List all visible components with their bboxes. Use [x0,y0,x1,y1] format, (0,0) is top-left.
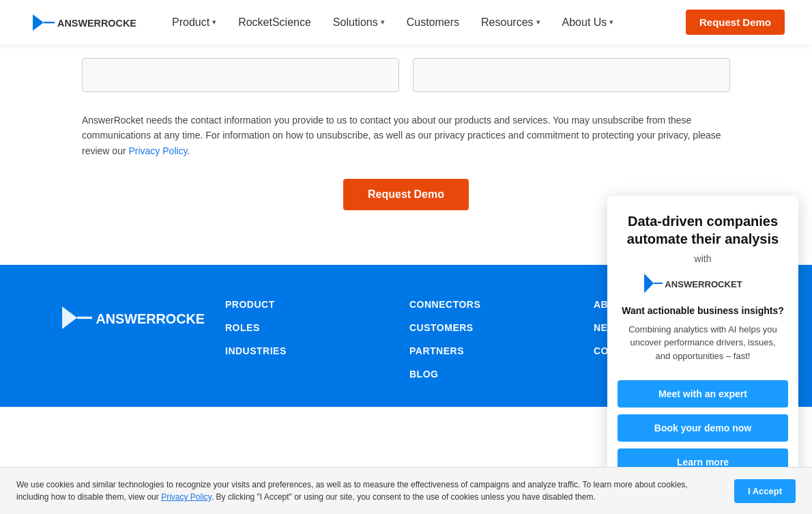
nav-customers-label: Customers [407,16,459,29]
popup-logo: ANSWERROCKET [621,270,785,297]
footer-link-partners[interactable]: PARTNERS [409,345,573,356]
popup-description: Combining analytics with AI helps you un… [621,323,785,363]
nav-rocketscience[interactable]: RocketScience [230,11,319,34]
popup-question: Want actionable business insights? [621,305,785,316]
chevron-down-icon: ▾ [381,18,385,27]
popup-with-label: with [621,253,785,264]
footer-logo-svg: ANSWERROCKET [55,299,205,337]
footer-col-2: PRODUCT ROLES INDUSTRIES [225,299,389,380]
popup-title: Data-driven companies automate their ana… [621,212,785,248]
nav-solutions-label: Solutions [333,16,378,29]
popup-meet-expert-button[interactable]: Meet with an expert [618,380,788,407]
footer-link-blog[interactable]: BLOG [409,369,573,380]
footer-link-industries[interactable]: INDUSTRIES [225,345,389,356]
nav-product-label: Product [172,16,209,29]
form-input-right[interactable] [413,58,730,92]
navbar: ANSWERROCKET Product ▾ RocketScience Sol… [0,0,812,44]
nav-about-us-label: About Us [562,16,607,29]
chevron-down-icon: ▾ [536,18,540,27]
footer-link-roles[interactable]: ROLES [225,322,389,333]
svg-marker-0 [33,14,44,31]
navbar-links: Product ▾ RocketScience Solutions ▾ Cust… [164,11,686,34]
nav-resources-label: Resources [481,16,533,29]
svg-text:ANSWERROCKET: ANSWERROCKET [96,311,205,326]
answerrocket-logo-svg: ANSWERROCKET [27,9,136,36]
navbar-logo[interactable]: ANSWERROCKET [27,9,136,36]
request-demo-button[interactable]: Request Demo [343,179,469,210]
footer-logo-col: ANSWERROCKET [55,299,205,380]
privacy-text: AnswerRocket needs the contact informati… [82,113,730,158]
nav-solutions[interactable]: Solutions ▾ [325,11,393,34]
footer-logo: ANSWERROCKET [55,299,205,339]
chevron-down-icon: ▾ [609,18,613,27]
chevron-down-icon: ▾ [212,18,216,27]
nav-resources[interactable]: Resources ▾ [473,11,548,34]
navbar-request-demo-button[interactable]: Request Demo [686,10,785,35]
footer-col-3: CONNECTORS CUSTOMERS PARTNERS BLOG [409,299,573,380]
footer-link-product[interactable]: PRODUCT [225,299,389,310]
form-input-left[interactable] [82,58,399,92]
popup-header: Data-driven companies automate their ana… [607,196,798,381]
nav-product[interactable]: Product ▾ [164,11,224,34]
popup-widget: Data-driven companies automate their ana… [607,196,798,408]
popup-logo-svg: ANSWERROCKET [641,270,764,297]
privacy-policy-link[interactable]: Privacy Policy [128,145,187,156]
svg-marker-3 [62,306,77,329]
footer-link-connectors[interactable]: CONNECTORS [409,299,573,310]
svg-marker-6 [644,273,654,293]
nav-customers[interactable]: Customers [398,11,467,34]
footer-link-customers[interactable]: CUSTOMERS [409,322,573,333]
form-input-row [82,58,730,92]
nav-about-us[interactable]: About Us ▾ [554,11,622,34]
nav-rocketscience-label: RocketScience [238,16,311,29]
svg-text:ANSWERROCKET: ANSWERROCKET [57,18,136,29]
svg-text:ANSWERROCKET: ANSWERROCKET [665,279,742,289]
